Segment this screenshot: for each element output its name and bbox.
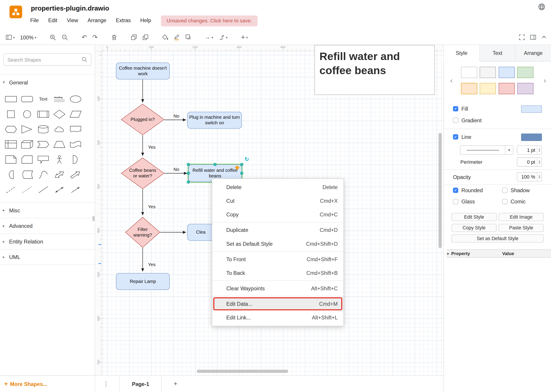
rotate-handle-icon[interactable]: ↻: [244, 156, 249, 162]
node-plugged-in[interactable]: Plugged in?: [121, 104, 165, 135]
shape-rectangle-icon[interactable]: [4, 92, 18, 105]
shape-cloud-icon[interactable]: [52, 123, 67, 135]
node-repair-lamp[interactable]: Repair Lamp: [116, 273, 170, 290]
zoom-select[interactable]: 100% ▾: [20, 34, 36, 40]
sidebar-section-misc[interactable]: ▸ Misc: [0, 203, 95, 218]
shape-data-storage-icon[interactable]: [20, 168, 35, 181]
menu-help[interactable]: Help: [140, 17, 151, 23]
line-color-button[interactable]: [173, 34, 180, 40]
line-color-swatch[interactable]: [521, 133, 542, 141]
shape-line-icon[interactable]: [36, 183, 51, 196]
shape-or-icon[interactable]: [68, 153, 83, 166]
rounded-checkbox[interactable]: ✓: [453, 188, 458, 193]
shape-tape-icon[interactable]: [68, 138, 83, 151]
edge-label-no[interactable]: No: [173, 167, 180, 172]
fill-color-swatch[interactable]: [521, 105, 542, 113]
sidebar-section-entity-relation[interactable]: ▸ Entity Relation: [0, 234, 95, 249]
menu-item-duplicate[interactable]: DuplicateCmd+D: [212, 223, 343, 237]
style-preset-swatch[interactable]: [480, 67, 496, 78]
presets-next-icon[interactable]: ›: [544, 76, 546, 85]
collapse-toolbar-button[interactable]: [541, 35, 547, 40]
insert-button[interactable]: + ▾: [241, 34, 248, 40]
sidebar-section-general[interactable]: ▾ General: [0, 75, 95, 90]
shape-internal-storage-icon[interactable]: [4, 138, 18, 151]
line-style-select[interactable]: ▼: [460, 146, 513, 155]
perimeter-stepper[interactable]: 0 pt ▲▼: [517, 157, 542, 167]
sidebar-resize-handle[interactable]: [93, 216, 95, 221]
fill-color-button[interactable]: [162, 34, 168, 40]
sidebar-section-uml[interactable]: ▸ UML: [0, 249, 95, 265]
style-preset-swatch[interactable]: [480, 83, 496, 94]
menu-item-edit-link[interactable]: Edit Link...Alt+Shift+L: [212, 311, 343, 324]
shape-actor-icon[interactable]: [52, 153, 67, 166]
shape-search-box[interactable]: [4, 53, 91, 66]
fill-checkbox[interactable]: ✓: [453, 106, 458, 112]
shape-ellipse-icon[interactable]: [68, 92, 83, 105]
selection-handle[interactable]: [187, 181, 190, 184]
opacity-stepper[interactable]: 100 % ▲▼: [517, 172, 542, 182]
shape-heading-icon[interactable]: Heading: [52, 92, 67, 105]
shape-square-icon[interactable]: [4, 108, 18, 120]
shadow-button[interactable]: [185, 34, 191, 40]
edge-label-yes[interactable]: Yes: [147, 145, 157, 150]
more-shapes-button[interactable]: + More Shapes...: [0, 375, 95, 392]
view-panels-button[interactable]: ▾: [6, 34, 15, 40]
line-width-stepper[interactable]: 1 pt ▲▼: [517, 146, 542, 155]
shape-diamond-icon[interactable]: [52, 108, 67, 120]
shape-cube-icon[interactable]: [20, 138, 35, 151]
style-preset-swatch[interactable]: [517, 83, 533, 94]
stepper-arrows-icon[interactable]: ▲▼: [537, 173, 541, 181]
redo-button[interactable]: ↷: [92, 34, 98, 40]
connection-style-button[interactable]: → ▾: [205, 34, 213, 40]
tab-arrange[interactable]: Arrange: [515, 45, 551, 61]
tab-text[interactable]: Text: [479, 45, 515, 61]
stepper-arrows-icon[interactable]: ▲▼: [537, 146, 541, 154]
menu-item-set-as-default-style[interactable]: Set as Default StyleCmd+Shift+D: [212, 237, 343, 251]
style-preset-swatch[interactable]: [517, 67, 533, 78]
menu-item-edit-data[interactable]: Edit Data...Cmd+M: [212, 297, 343, 311]
node-filter-warning[interactable]: Filter warning?: [125, 217, 160, 248]
node-coffee-beans-or-water[interactable]: Coffee beans or water?: [121, 157, 165, 189]
unsaved-changes-banner[interactable]: Unsaved changes. Click here to save.: [161, 15, 258, 27]
horizontal-scrollbar[interactable]: [197, 370, 288, 373]
shape-dashed-line-icon[interactable]: [4, 183, 18, 196]
shape-bidirectional-arrow-icon[interactable]: [52, 168, 67, 181]
menu-item-delete[interactable]: DeleteDelete: [212, 180, 343, 194]
selection-handle[interactable]: [187, 172, 190, 175]
shape-callout-icon[interactable]: [36, 153, 51, 166]
selection-handle[interactable]: [213, 163, 216, 166]
style-preset-swatch[interactable]: [461, 83, 477, 94]
to-back-button[interactable]: [142, 34, 148, 40]
menu-file[interactable]: File: [30, 17, 39, 23]
style-preset-swatch[interactable]: [461, 67, 477, 78]
node-plug-in-machine[interactable]: Plug in machine and turn switch on: [187, 112, 242, 129]
copy-style-button[interactable]: Copy Style: [452, 224, 496, 232]
waypoint-style-button[interactable]: ▾: [218, 34, 228, 40]
edit-style-button[interactable]: Edit Style: [452, 213, 496, 221]
style-preset-swatch[interactable]: [499, 67, 515, 78]
page-tab[interactable]: Page-1: [119, 375, 161, 392]
paste-style-button[interactable]: Paste Style: [499, 224, 544, 232]
edge-label-no[interactable]: No: [173, 113, 180, 119]
zoom-in-button[interactable]: [50, 34, 56, 41]
shape-and-icon[interactable]: [4, 168, 18, 181]
pages-menu-icon[interactable]: ⋮: [103, 380, 109, 387]
search-input[interactable]: [7, 57, 82, 62]
menu-item-clear-waypoints[interactable]: Clear WaypointsAlt+Shift+C: [212, 281, 343, 295]
set-as-default-style-button[interactable]: Set as Default Style: [452, 234, 544, 242]
shape-document-icon[interactable]: [68, 123, 83, 135]
shape-card-icon[interactable]: [20, 153, 35, 166]
shape-curve-icon[interactable]: [36, 168, 51, 181]
shape-hexagon-icon[interactable]: [4, 123, 18, 135]
menu-view[interactable]: View: [67, 17, 78, 23]
undo-button[interactable]: ↶: [82, 34, 87, 40]
selection-handle[interactable]: [240, 163, 243, 166]
shape-step-icon[interactable]: [36, 138, 51, 151]
shape-process-icon[interactable]: [36, 108, 51, 120]
shape-directional-connector-icon[interactable]: [68, 183, 83, 196]
to-front-button[interactable]: [131, 34, 137, 40]
presets-prev-icon[interactable]: ‹: [450, 76, 453, 85]
shape-bidirectional-connector-icon[interactable]: [52, 183, 67, 196]
edit-image-button[interactable]: Edit Image: [499, 213, 544, 221]
vertical-scrollbar[interactable]: [439, 133, 442, 248]
